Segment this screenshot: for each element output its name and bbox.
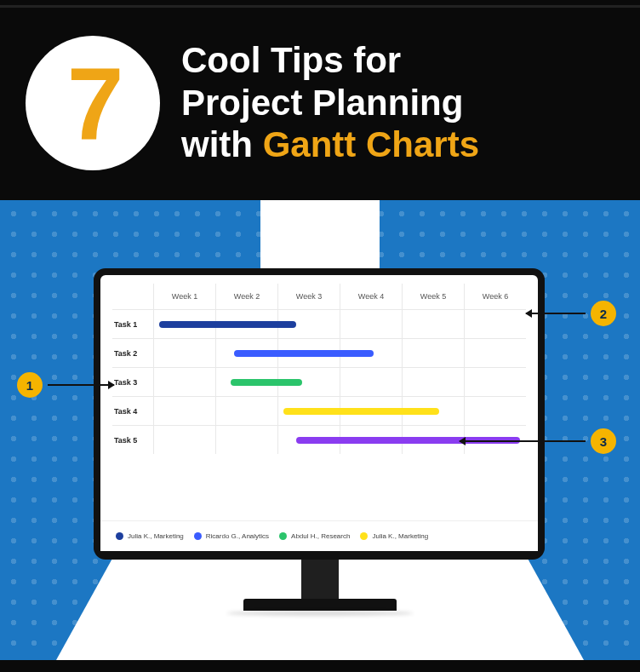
callout-3: 3 [460,428,616,454]
legend-label-1: Julia K., Marketing [128,532,184,540]
number-circle: 7 [26,36,160,170]
column-header-week4: Week 4 [340,284,402,309]
header: 7 Cool Tips for Project Planning with Ga… [0,0,640,200]
title-line3: with Gantt Charts [181,123,479,166]
task-label-4: Task 4 [112,407,153,416]
task-bar-1 [159,321,296,328]
legend-item-4: Julia K., Marketing [360,532,428,540]
big-number: 7 [67,52,119,154]
title: Cool Tips for Project Planning with Gant… [181,39,479,166]
title-line1: Cool Tips for [181,39,479,82]
gantt-row-task4: Task 4 [112,396,526,425]
legend-label-4: Julia K., Marketing [372,532,428,540]
task-bar-4 [283,408,439,415]
legend-label-2: Ricardo G., Analytics [206,532,269,540]
column-header-week1: Week 1 [153,284,215,309]
callout-badge-2: 2 [591,301,616,326]
monitor-screen: Week 1Week 2Week 3Week 4Week 5Week 6 Tas… [112,284,526,515]
legend-dot-4 [360,532,368,540]
arrow-2 [526,313,586,314]
legend-dot-1 [116,532,123,540]
legend-item-3: Abdul H., Research [279,532,350,540]
monitor-shadow [226,611,414,616]
gantt-row-task3: Task 3 [112,367,526,396]
monitor: Week 1Week 2Week 3Week 4Week 5Week 6 Tas… [94,268,545,558]
title-line2: Project Planning [181,82,479,124]
task-label-3: Task 3 [112,378,153,387]
legend: Julia K., MarketingRicardo G., Analytics… [100,520,538,551]
callout-badge-1: 1 [17,372,43,398]
callout-badge-3: 3 [591,428,616,454]
title-line3-prefix: with [181,124,263,164]
gantt-row-task2: Task 2 [112,338,526,367]
task-label-2: Task 2 [112,349,153,358]
callout-2: 2 [526,301,616,326]
legend-dot-2 [194,532,202,540]
task-bar-3 [231,379,302,386]
task-label-1: Task 1 [112,320,153,329]
legend-item-1: Julia K., Marketing [116,532,184,540]
arrow-3 [460,440,586,442]
column-header-week6: Week 6 [464,284,526,309]
monitor-stand-neck [301,558,339,602]
arrow-1 [48,384,114,386]
task-bar-2 [234,350,374,357]
legend-item-2: Ricardo G., Analytics [194,532,269,540]
gantt-row-task1: Task 1 [112,309,526,338]
monitor-stand-base [243,599,397,611]
stage: Week 1Week 2Week 3Week 4Week 5Week 6 Tas… [0,200,640,660]
gantt-header-row: Week 1Week 2Week 3Week 4Week 5Week 6 [112,284,526,309]
footer-bar [0,660,640,672]
legend-label-3: Abdul H., Research [291,532,350,540]
legend-dot-3 [279,532,287,540]
task-label-5: Task 5 [112,436,153,445]
title-line3-highlight: Gantt Charts [263,124,479,164]
column-header-week3: Week 3 [277,284,340,309]
column-header-week2: Week 2 [215,284,277,309]
callout-1: 1 [17,372,114,398]
column-header-week5: Week 5 [402,284,464,309]
